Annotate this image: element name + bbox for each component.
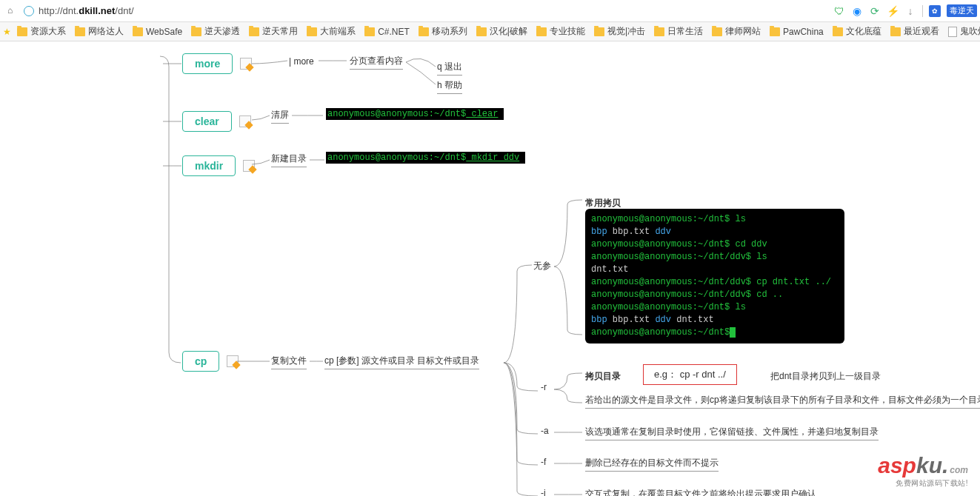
bolt-icon[interactable]: ⚡ [887, 5, 899, 17]
folder-icon [833, 27, 843, 36]
terminal-mkdir: anonymous@anonymous:~/dnt$ mkdir ddv [326, 152, 525, 164]
page-icon [948, 27, 957, 37]
cp-a-label: -a [541, 426, 549, 436]
logo-sub: 免费网站源码下载站! [878, 478, 968, 489]
star-icon[interactable]: ★ [3, 27, 11, 37]
term-prompt: anonymous@anonymous:~/dnt$ [327, 109, 466, 119]
cp-i-label: -i [541, 488, 546, 496]
bookmarks-bar: ★ 资源大系网络达人WebSafe逆天渗透逆天常用大前端系C#.NET移动系列汉… [0, 22, 980, 41]
bookmark-item[interactable]: 大前端系 [307, 25, 356, 38]
cp-desc-label: 复制文件 [271, 355, 307, 369]
url-domain: dkill.net [79, 5, 115, 16]
download-icon[interactable]: ↓ [904, 5, 916, 17]
folder-icon [536, 27, 547, 36]
folder-icon [712, 27, 722, 36]
note-icon[interactable] [240, 58, 252, 70]
cp-i-desc: 交互式复制，在覆盖目标文件之前将给出提示要求用户确认 [585, 488, 816, 496]
node-more[interactable]: more [182, 53, 252, 74]
address-bar: ⌂ http://dnt.dkill.net/dnt/ 🛡 ◉ ⟳ ⚡ ↓ ✿ … [0, 0, 980, 22]
toolbar-right: 🛡 ◉ ⟳ ⚡ ↓ ✿ 毒逆天 [833, 4, 977, 17]
node-mkdir[interactable]: mkdir [182, 155, 255, 176]
globe-icon [24, 6, 34, 16]
mkdir-desc-label: 新建目录 [271, 153, 307, 167]
more-desc-label: 分页查看内容 [350, 55, 403, 70]
bookmark-label: 文化底蕴 [846, 25, 881, 38]
ext-button[interactable]: 毒逆天 [947, 4, 977, 17]
bookmark-label: 律师网站 [725, 25, 761, 38]
bookmark-label: 专业技能 [550, 25, 585, 38]
refresh-icon[interactable]: ⟳ [869, 5, 881, 17]
bookmark-item[interactable]: 逆天常用 [249, 25, 298, 38]
bookmark-item[interactable]: 视觉|冲击 [594, 25, 645, 38]
terminal-clear: anonymous@anonymous:~/dnt$ clear [326, 108, 504, 120]
bookmark-label: 视觉|冲击 [607, 25, 645, 38]
node-cp-label: cp [182, 351, 219, 372]
folder-icon [133, 27, 143, 36]
bookmark-item[interactable]: 鬼吹灯之精绝 [948, 25, 980, 38]
logo-a: asp [878, 453, 916, 477]
folder-icon [419, 27, 429, 36]
node-clear[interactable]: clear [182, 111, 251, 132]
shield-icon[interactable]: 🛡 [833, 5, 845, 17]
logo-b: ku [916, 453, 942, 477]
term-cmd: clear [466, 109, 498, 119]
bookmark-item[interactable]: 日常生活 [654, 25, 703, 38]
mindmap-canvas[interactable]: more | more 分页查看内容 q 退出 h 帮助 clear 清屏 an… [0, 41, 980, 496]
terminal-block: anonymous@anonymous:~/dnt$ lsbbp bbp.txt… [585, 209, 844, 343]
bookmark-item[interactable]: C#.NET [364, 27, 410, 37]
folder-icon [890, 27, 901, 36]
folder-icon [594, 27, 604, 36]
cp-f-desc: 删除已经存在的目标文件而不提示 [585, 457, 719, 472]
more-pipe-label: | more [289, 56, 314, 67]
bookmark-label: 日常生活 [667, 25, 703, 38]
cp-r-label: -r [541, 382, 547, 392]
bookmark-item[interactable]: 逆天渗透 [191, 25, 240, 38]
folder-icon [75, 27, 85, 36]
bookmark-label: C#.NET [378, 27, 410, 37]
bookmark-label: 鬼吹灯之精绝 [960, 25, 980, 38]
folder-icon [191, 27, 201, 36]
bookmark-item[interactable]: 最近观看 [890, 25, 939, 38]
logo-com: com [950, 465, 968, 475]
bookmark-label: 资源大系 [30, 25, 66, 38]
url-path: /dnt/ [115, 5, 133, 16]
node-cp[interactable]: cp [182, 351, 239, 372]
bookmark-item[interactable]: 专业技能 [536, 25, 585, 38]
bookmark-label: 移动系列 [432, 25, 467, 38]
bookmark-item[interactable]: PawChina [770, 27, 824, 37]
url-field[interactable]: http://dnt.dkill.net/dnt/ [39, 5, 134, 16]
site-logo: aspku.com 免费网站源码下载站! [878, 453, 968, 489]
bookmark-item[interactable]: 移动系列 [419, 25, 467, 38]
cp-r-right: 把dnt目录拷贝到上一级目录 [770, 370, 881, 383]
term-cmd: mkdir ddv [466, 153, 519, 163]
folder-icon [307, 27, 317, 36]
cp-r-title: 拷贝目录 [585, 370, 621, 383]
cp-r-desc: 若给出的源文件是目录文件，则cp将递归复制该目录下的所有子目录和文件，目标文件必… [585, 394, 980, 409]
folder-icon [770, 27, 780, 36]
clear-desc-label: 清屏 [271, 109, 289, 124]
bookmark-item[interactable]: WebSafe [133, 27, 182, 37]
paw-icon[interactable]: ✿ [929, 5, 941, 17]
bookmark-label: 汉化|破解 [490, 25, 527, 38]
bookmark-label: 网络达人 [88, 25, 124, 38]
note-icon[interactable] [243, 160, 255, 172]
note-icon[interactable] [227, 355, 239, 367]
term-prompt: anonymous@anonymous:~/dnt$ [327, 153, 466, 163]
node-more-label: more [182, 53, 233, 74]
bookmark-item[interactable]: 汉化|破解 [476, 25, 527, 38]
home-icon[interactable]: ⌂ [7, 5, 19, 17]
bookmark-label: 逆天常用 [262, 25, 298, 38]
cp-f-label: -f [541, 457, 546, 467]
note-icon[interactable] [239, 115, 251, 127]
folder-icon [654, 27, 664, 36]
bookmark-item[interactable]: 资源大系 [17, 25, 66, 38]
bookmark-item[interactable]: 律师网站 [712, 25, 761, 38]
folder-icon [249, 27, 259, 36]
folder-icon [17, 27, 27, 36]
more-h-label: h 帮助 [437, 79, 462, 94]
bookmark-item[interactable]: 文化底蕴 [833, 25, 881, 38]
more-q-label: q 退出 [437, 61, 462, 76]
circle-icon[interactable]: ◉ [851, 5, 863, 17]
folder-icon [364, 27, 375, 36]
bookmark-item[interactable]: 网络达人 [75, 25, 124, 38]
